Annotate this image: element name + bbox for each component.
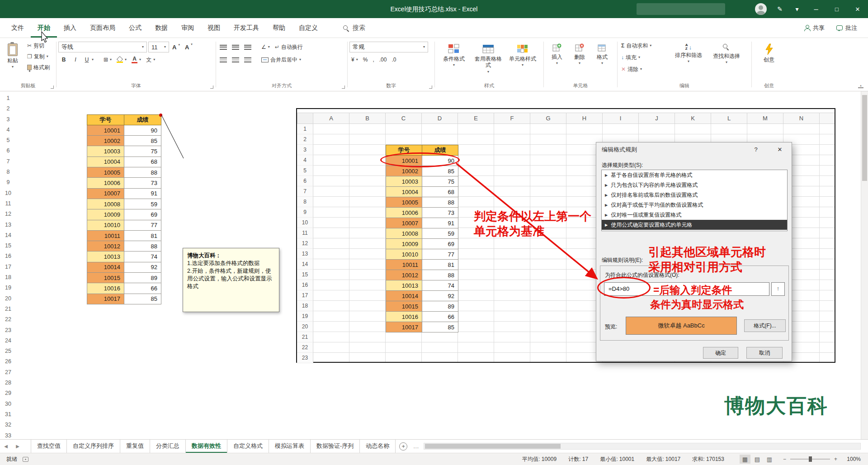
cell-score[interactable]: 73 xyxy=(124,178,161,188)
status-stat[interactable]: 计数: 17 xyxy=(568,456,588,463)
font-name-select[interactable]: 等线▾ xyxy=(58,42,147,52)
row-number[interactable]: 30 xyxy=(0,399,16,409)
vertical-scrollbar[interactable] xyxy=(861,91,868,439)
cell-score[interactable]: 77 xyxy=(422,249,458,260)
cell-score[interactable]: 92 xyxy=(124,262,161,272)
cell-score[interactable]: 88 xyxy=(124,241,161,251)
view-page-layout-icon[interactable]: ▤ xyxy=(752,455,763,464)
row-number[interactable]: 29 xyxy=(0,388,16,399)
account-avatar[interactable] xyxy=(755,3,767,15)
underline-button[interactable]: U▾ xyxy=(82,54,95,65)
column-header-K[interactable]: K xyxy=(675,113,711,124)
view-normal-icon[interactable]: ▦ xyxy=(740,455,750,464)
row-number[interactable]: 16 xyxy=(0,251,16,261)
tab-页面布局[interactable]: 页面布局 xyxy=(83,18,122,38)
delete-cells-button[interactable]: 删除 ▾ xyxy=(568,40,591,81)
share-button[interactable]: 共享 xyxy=(800,22,828,34)
row-number[interactable]: 31 xyxy=(0,409,16,420)
tab-开始[interactable]: 开始 xyxy=(31,18,57,38)
increase-font-button[interactable]: A▴ xyxy=(170,42,182,52)
font-color-button[interactable]: A▾ xyxy=(130,54,143,65)
column-header-F[interactable]: F xyxy=(494,113,530,124)
increase-decimal-button[interactable]: .00 xyxy=(377,54,389,65)
cell-score[interactable]: 74 xyxy=(124,251,161,262)
cell-student-id[interactable]: 10010 xyxy=(87,220,124,230)
rule-type-item[interactable]: ▶使用公式确定要设置格式的单元格 xyxy=(602,220,787,230)
cell-student-id[interactable]: 10014 xyxy=(386,291,422,301)
cell-score[interactable]: 73 xyxy=(422,208,458,218)
column-header-G[interactable]: G xyxy=(530,113,566,124)
cell-score[interactable]: 91 xyxy=(124,188,161,199)
row-number[interactable]: 1 xyxy=(0,93,16,104)
row-number[interactable]: 14 xyxy=(0,230,16,241)
titlebar-search-area[interactable] xyxy=(637,3,725,15)
row-number[interactable]: 18 xyxy=(0,272,16,283)
cell-score[interactable]: 75 xyxy=(124,146,161,157)
column-header-C[interactable]: C xyxy=(386,113,422,124)
align-bottom-button[interactable] xyxy=(242,42,253,52)
cell-student-id[interactable]: 10012 xyxy=(386,270,422,280)
row-number[interactable]: 15 xyxy=(0,241,16,251)
header-student-id[interactable]: 学号 xyxy=(87,114,124,125)
format-painter-button[interactable]: 格式刷 xyxy=(25,62,52,73)
tab-视图[interactable]: 视图 xyxy=(201,18,227,38)
status-stat[interactable]: 最大值: 10017 xyxy=(646,456,680,463)
tab-数据[interactable]: 数据 xyxy=(148,18,175,38)
comma-style-button[interactable]: , xyxy=(371,54,376,65)
row-number[interactable]: 19 xyxy=(0,283,16,293)
row-number[interactable]: 25 xyxy=(0,346,16,356)
cut-button[interactable]: ✂剪切 xyxy=(25,40,52,51)
zoom-level[interactable]: 100% xyxy=(842,456,861,462)
cell-student-id[interactable]: 10005 xyxy=(386,197,422,208)
sheet-tab-重复值[interactable]: 重复值 xyxy=(120,440,150,453)
status-stat[interactable]: 最小值: 10001 xyxy=(600,456,634,463)
row-number[interactable]: 28 xyxy=(0,378,16,388)
cell-student-id[interactable]: 10015 xyxy=(87,273,124,283)
borders-button[interactable]: ⊞▾ xyxy=(102,54,113,65)
tab-文件[interactable]: 文件 xyxy=(5,18,31,38)
cell-student-id[interactable]: 10009 xyxy=(87,209,124,220)
accounting-format-button[interactable]: ¥▾ xyxy=(349,54,360,65)
cell-student-id[interactable]: 10011 xyxy=(386,260,422,270)
cell-student-id[interactable]: 10013 xyxy=(87,251,124,262)
cell-score[interactable]: 81 xyxy=(124,230,161,241)
font-size-select[interactable]: 11▾ xyxy=(148,42,169,52)
column-header-H[interactable]: H xyxy=(566,113,603,124)
row-number[interactable]: 20 xyxy=(0,294,16,304)
zoom-slider-thumb[interactable] xyxy=(809,456,812,462)
column-header-A[interactable]: A xyxy=(313,113,349,124)
cell-score[interactable]: 89 xyxy=(124,273,161,283)
row-number[interactable]: 11 xyxy=(0,199,16,209)
cell-score[interactable]: 66 xyxy=(422,312,458,322)
minimize-button[interactable]: ─ xyxy=(806,0,826,18)
row-number[interactable]: 26 xyxy=(0,356,16,367)
alignment-dialog-launcher-icon[interactable] xyxy=(342,85,345,89)
row-number[interactable]: 12 xyxy=(0,209,16,219)
cell-student-id[interactable]: 10004 xyxy=(87,157,124,167)
cell-score[interactable]: 68 xyxy=(124,157,161,167)
range-selector-button[interactable]: ↑ xyxy=(771,282,785,296)
sort-filter-button[interactable]: AZ ↓ 排序和筛选 ▾ xyxy=(670,40,707,81)
cell-score[interactable]: 88 xyxy=(422,270,458,280)
cell-student-id[interactable]: 10014 xyxy=(87,262,124,272)
sheet-tab-自定义格式[interactable]: 自定义格式 xyxy=(227,440,269,453)
horizontal-scrollbar-thumb[interactable] xyxy=(425,444,561,449)
tab-公式[interactable]: 公式 xyxy=(122,18,148,38)
cell-student-id[interactable]: 10006 xyxy=(87,178,124,188)
cell-score[interactable]: 75 xyxy=(422,176,458,187)
dialog-help-button[interactable]: ? xyxy=(749,142,763,157)
sheet-tab-自定义序列排序[interactable]: 自定义序列排序 xyxy=(67,440,120,453)
zoom-in-icon[interactable]: + xyxy=(834,456,837,462)
cell-score[interactable]: 91 xyxy=(422,218,458,228)
clear-button[interactable]: ✕清除▾ xyxy=(619,64,670,75)
cell-styles-button[interactable]: 单元格样式 ▾ xyxy=(505,40,540,81)
column-header-L[interactable]: L xyxy=(711,113,747,124)
cell-student-id[interactable]: 10007 xyxy=(87,188,124,199)
decrease-font-button[interactable]: A▾ xyxy=(183,42,194,52)
cell-student-id[interactable]: 10007 xyxy=(386,218,422,228)
sheet-nav-prev-icon[interactable]: ◀ xyxy=(0,440,12,453)
column-header-J[interactable]: J xyxy=(639,113,675,124)
status-stat[interactable]: 平均值: 10009 xyxy=(522,456,557,463)
rule-type-item[interactable]: ▶仅对高于或低于平均值的数值设置格式 xyxy=(602,200,787,210)
align-middle-button[interactable] xyxy=(230,42,241,52)
